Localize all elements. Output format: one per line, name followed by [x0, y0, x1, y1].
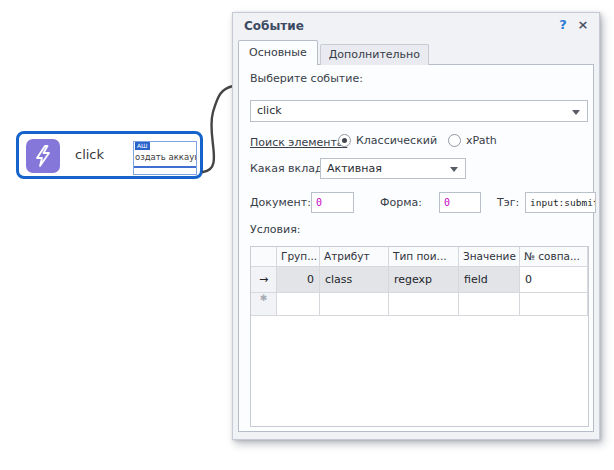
column-header-value[interactable]: Значение: [459, 247, 520, 267]
grid-header-row: Груп... Атрибут Тип пои... Значение № со…: [251, 247, 588, 267]
radio-xpath[interactable]: xPath: [448, 134, 497, 147]
document-label: Документ:: [250, 196, 311, 209]
event-dialog: Событие ? × Основные Дополнительно Выбер…: [232, 12, 600, 440]
cell-empty[interactable]: [277, 293, 320, 316]
element-thumbnail: АШ оздать аккаун: [133, 141, 197, 175]
lightning-icon: [26, 139, 60, 173]
grid-row[interactable]: → 0 class regexp field 0: [251, 267, 588, 293]
tab-strip: Основные Дополнительно: [238, 40, 429, 65]
help-icon[interactable]: ?: [555, 17, 571, 35]
dialog-title: Событие: [244, 19, 304, 33]
cell-value[interactable]: field: [459, 267, 520, 293]
cell-group[interactable]: 0: [277, 267, 320, 293]
radio-selected-icon: [338, 134, 351, 147]
cell-match[interactable]: 0: [520, 267, 588, 293]
event-select-label: Выберите событие:: [250, 72, 363, 85]
column-header-searchtype[interactable]: Тип пои...: [389, 247, 459, 267]
tab-main[interactable]: Основные: [238, 40, 318, 65]
conditions-grid[interactable]: Груп... Атрибут Тип пои... Значение № со…: [250, 246, 589, 427]
form-label: Форма:: [380, 196, 422, 209]
grid-new-row[interactable]: ✱: [251, 293, 588, 316]
column-header-match[interactable]: № совпа...: [520, 247, 588, 267]
cell-empty[interactable]: [389, 293, 459, 316]
column-header-attribute[interactable]: Атрибут: [320, 247, 389, 267]
dialog-titlebar[interactable]: Событие ? ×: [233, 13, 599, 39]
grid-corner-cell: [251, 247, 277, 267]
which-tab-combobox[interactable]: Активная: [320, 158, 466, 179]
radio-unselected-icon: [448, 134, 461, 147]
thumbnail-text: оздать аккаун: [135, 152, 197, 162]
current-row-arrow-icon: →: [251, 267, 277, 293]
thumbnail-highlight-tag: АШ: [135, 142, 150, 150]
tag-input[interactable]: input:submit: [525, 192, 596, 213]
tag-label: Тэг:: [497, 196, 519, 209]
event-select-combobox[interactable]: click: [250, 100, 588, 122]
element-search-link[interactable]: Поиск элемента:: [250, 136, 347, 149]
radio-classic[interactable]: Классический: [338, 134, 437, 147]
action-node-click[interactable]: click АШ оздать аккаун: [16, 131, 203, 179]
radio-classic-label: Классический: [356, 134, 437, 147]
event-select-value: click: [257, 104, 282, 117]
cell-searchtype[interactable]: regexp: [389, 267, 459, 293]
close-icon[interactable]: ×: [575, 17, 591, 35]
new-row-asterisk-icon: ✱: [251, 293, 277, 316]
node-label: click: [75, 147, 104, 162]
cell-attribute[interactable]: class: [320, 267, 389, 293]
which-tab-value: Активная: [327, 162, 382, 175]
cell-empty[interactable]: [520, 293, 588, 316]
cell-empty[interactable]: [320, 293, 389, 316]
tab-page-main: Выберите событие: click Поиск элемента: …: [238, 64, 594, 432]
form-input[interactable]: 0: [439, 192, 481, 213]
thumbnail-underline: [134, 166, 196, 168]
chevron-down-icon: [450, 167, 458, 172]
chevron-down-icon: [572, 110, 580, 115]
radio-xpath-label: xPath: [466, 134, 497, 147]
conditions-label: Условия:: [250, 223, 300, 236]
column-header-group[interactable]: Груп...: [277, 247, 320, 267]
document-input[interactable]: 0: [311, 192, 354, 213]
tab-additional[interactable]: Дополнительно: [320, 44, 429, 65]
cell-empty[interactable]: [459, 293, 520, 316]
